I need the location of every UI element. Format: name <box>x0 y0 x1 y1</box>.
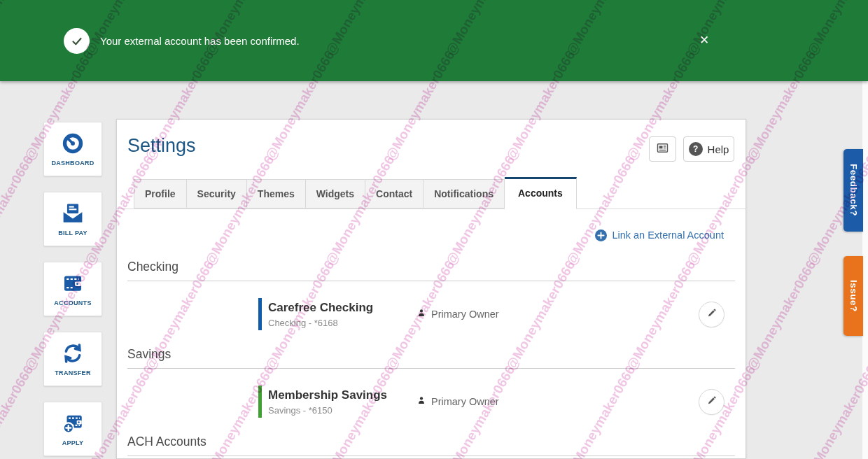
watermark-text: @Moneymaker0666 <box>0 363 36 459</box>
sidebar-item-label: ACCOUNTS <box>54 299 91 306</box>
link-external-account-label: Link an External Account <box>612 230 724 241</box>
section-title-savings: Savings <box>127 347 735 361</box>
edit-account-button[interactable] <box>699 389 724 415</box>
help-label: Help <box>708 143 729 155</box>
person-icon <box>416 308 426 320</box>
tab-widgets[interactable]: Widgets <box>306 179 365 209</box>
section-title-ach-accounts: ACH Accounts <box>127 435 735 449</box>
wallet-icon <box>60 269 85 297</box>
section-title-checking: Checking <box>127 260 735 274</box>
settings-panel: Settings ? Help Profile Security Themes … <box>116 119 746 459</box>
account-color-bar <box>258 298 262 330</box>
divider <box>127 456 735 456</box>
account-name: Membership Savings <box>268 388 416 402</box>
sidebar-item-dashboard[interactable]: DASHBOARD <box>43 122 102 176</box>
owner-role-label: Primary Owner <box>431 396 499 407</box>
accounts-tab-content: Link an External Account Checking Carefr… <box>127 209 735 456</box>
sidebar-item-apply[interactable]: APPLY <box>43 402 102 456</box>
sidebar-item-label: BILL PAY <box>58 230 88 236</box>
feedback-tab[interactable]: Feedback? <box>844 149 863 232</box>
account-info: Membership Savings Savings - *6150 <box>268 388 416 416</box>
account-owner: Primary Owner <box>416 395 699 408</box>
banner-message: Your external account has been confirmed… <box>100 35 300 47</box>
bill-pay-icon <box>60 199 85 227</box>
watermark-text: @Moneymaker0666 <box>0 153 36 268</box>
newspaper-icon <box>655 141 670 157</box>
sidebar-item-bill-pay[interactable]: BILL PAY <box>43 192 102 246</box>
sidebar-item-label: DASHBOARD <box>51 160 94 167</box>
tab-security[interactable]: Security <box>187 179 247 209</box>
watermark-text: @Moneymaker0666 <box>804 363 868 459</box>
owner-role-label: Primary Owner <box>431 309 499 320</box>
settings-tabs: Profile Security Themes Widgets Contact … <box>117 179 746 209</box>
account-detail: Savings - *6150 <box>268 405 416 416</box>
sidebar-item-accounts[interactable]: ACCOUNTS <box>43 262 102 316</box>
account-row-checking: Carefree Checking Checking - *6168 Prima… <box>127 281 735 347</box>
person-icon <box>416 395 426 408</box>
issue-tab[interactable]: Issue? <box>844 256 863 336</box>
plus-icon <box>595 230 607 241</box>
page-title: Settings <box>127 135 196 157</box>
gauge-icon <box>60 129 85 157</box>
apply-icon <box>60 409 85 437</box>
account-owner: Primary Owner <box>416 308 699 320</box>
help-button[interactable]: ? Help <box>683 136 734 162</box>
account-color-bar <box>258 386 262 418</box>
watermark-text: @Moneymaker0666 <box>744 258 820 373</box>
tab-themes[interactable]: Themes <box>247 179 306 209</box>
scrollbar-track <box>862 81 868 459</box>
tab-contact[interactable]: Contact <box>365 179 424 209</box>
tab-accounts[interactable]: Accounts <box>505 177 577 209</box>
edit-account-button[interactable] <box>699 302 724 327</box>
account-row-savings: Membership Savings Savings - *6150 Prima… <box>127 369 735 435</box>
account-detail: Checking - *6168 <box>268 318 416 328</box>
account-name: Carefree Checking <box>268 301 416 315</box>
sidebar-item-label: TRANSFER <box>55 369 90 376</box>
transfer-icon <box>60 339 85 367</box>
pencil-icon <box>706 395 718 409</box>
tab-notifications[interactable]: Notifications <box>424 179 505 209</box>
check-icon <box>64 28 90 54</box>
question-icon: ? <box>689 142 703 156</box>
sidebar-item-transfer[interactable]: TRANSFER <box>43 332 102 386</box>
link-external-account-button[interactable]: Link an External Account <box>127 227 724 243</box>
sidebar-item-label: APPLY <box>62 439 84 446</box>
success-banner: Your external account has been confirmed… <box>0 0 868 81</box>
tab-profile[interactable]: Profile <box>134 179 187 209</box>
account-info: Carefree Checking Checking - *6168 <box>268 301 416 328</box>
pencil-icon <box>706 307 718 321</box>
news-button[interactable] <box>649 136 676 162</box>
close-icon[interactable]: ✕ <box>694 31 714 50</box>
